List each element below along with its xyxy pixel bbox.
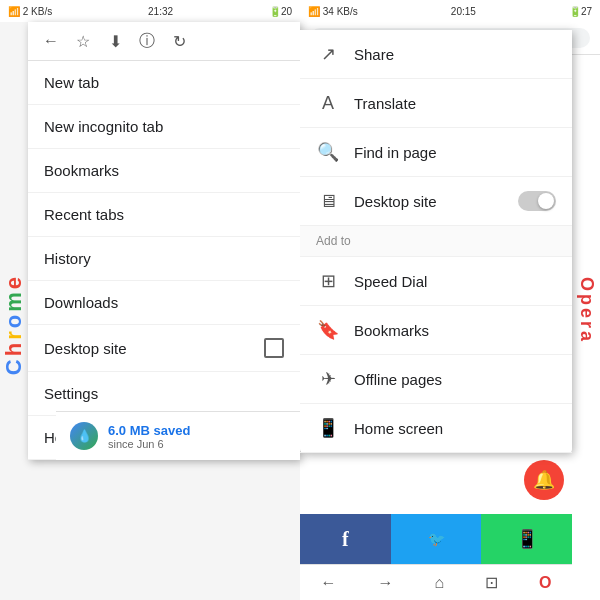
opera-menu-speed-dial[interactable]: ⊞ Speed Dial (300, 257, 572, 306)
left-signal: 📶 2 KB/s (8, 6, 52, 17)
opera-menu-desktop-site[interactable]: 🖥 Desktop site (300, 177, 572, 226)
right-time: 20:15 (451, 6, 476, 17)
add-to-section-header: Add to (300, 226, 572, 257)
chrome-menu: ← ☆ ⬇ ⓘ ↻ New tab New incognito tab Book… (28, 22, 300, 460)
chrome-label: Chrome (0, 50, 28, 600)
desktop-site-toggle[interactable] (518, 191, 556, 211)
right-signal: 📶 34 KB/s (308, 6, 358, 17)
desktop-site-label: Desktop site (354, 193, 437, 210)
speed-dial-label: Speed Dial (354, 273, 427, 290)
menu-recent-tabs[interactable]: Recent tabs (28, 193, 300, 237)
opera-bottom-nav: ← → ⌂ ⊡ O (300, 564, 572, 600)
data-saver-since: since Jun 6 (108, 438, 190, 450)
offline-label: Offline pages (354, 371, 442, 388)
toggle-knob (538, 193, 554, 209)
download-button[interactable]: ⬇ (104, 30, 126, 52)
facebook-icon: f (342, 528, 349, 551)
facebook-share-button[interactable]: f (300, 514, 391, 564)
menu-downloads[interactable]: Downloads (28, 281, 300, 325)
home-screen-label: Home screen (354, 420, 443, 437)
menu-desktop-site[interactable]: Desktop site (28, 325, 300, 372)
nav-tabs-button[interactable]: ⊡ (485, 573, 498, 592)
menu-history[interactable]: History (28, 237, 300, 281)
opera-menu-share[interactable]: ↗ Share (300, 30, 572, 79)
opera-menu-find[interactable]: 🔍 Find in page (300, 128, 572, 177)
back-button[interactable]: ← (40, 30, 62, 52)
nav-forward-button[interactable]: → (377, 574, 393, 592)
status-bar-right: 📶 34 KB/s 20:15 🔋27 (300, 0, 600, 22)
left-time: 21:32 (148, 6, 173, 17)
twitter-share-button[interactable]: 🐦 (391, 514, 482, 564)
whatsapp-share-button[interactable]: 📱 (481, 514, 572, 564)
monitor-icon: 🖥 (316, 189, 340, 213)
nav-home-button[interactable]: ⌂ (434, 574, 444, 592)
desktop-site-checkbox[interactable] (264, 338, 284, 358)
share-icon: ↗ (316, 42, 340, 66)
opera-menu-translate[interactable]: A Translate (300, 79, 572, 128)
opera-panel: 📶 34 KB/s 20:15 🔋27 🔒 techtippr.com/ How… (300, 0, 600, 600)
menu-settings[interactable]: Settings (28, 372, 300, 416)
opera-menu-bookmarks[interactable]: 🔖 Bookmarks (300, 306, 572, 355)
share-label: Share (354, 46, 394, 63)
find-icon: 🔍 (316, 140, 340, 164)
offline-icon: ✈ (316, 367, 340, 391)
menu-incognito[interactable]: New incognito tab (28, 105, 300, 149)
menu-new-tab[interactable]: New tab (28, 61, 300, 105)
find-label: Find in page (354, 144, 437, 161)
bookmarks-icon: 🔖 (316, 318, 340, 342)
nav-back-button[interactable]: ← (320, 574, 336, 592)
info-button[interactable]: ⓘ (136, 30, 158, 52)
data-saver-info: 6.0 MB saved since Jun 6 (108, 423, 190, 450)
opera-menu-offline[interactable]: ✈ Offline pages (300, 355, 572, 404)
nav-opera-button[interactable]: O (539, 574, 551, 592)
notification-bell[interactable]: 🔔 (524, 460, 564, 500)
speed-dial-icon: ⊞ (316, 269, 340, 293)
home-screen-icon: 📱 (316, 416, 340, 440)
bookmark-button[interactable]: ☆ (72, 30, 94, 52)
translate-icon: A (316, 91, 340, 115)
translate-label: Translate (354, 95, 416, 112)
social-share-bar: f 🐦 📱 (300, 514, 572, 564)
refresh-button[interactable]: ↻ (168, 30, 190, 52)
chrome-brand-text: Chrome (1, 274, 27, 375)
left-battery: 🔋20 (269, 6, 292, 17)
data-saver-icon: 💧 (70, 422, 98, 450)
status-bar-left: 📶 2 KB/s 21:32 🔋20 (0, 0, 300, 22)
chrome-toolbar: ← ☆ ⬇ ⓘ ↻ (28, 22, 300, 61)
data-saver-amount: 6.0 MB saved (108, 423, 190, 438)
data-saver-footer: 💧 6.0 MB saved since Jun 6 (56, 411, 300, 460)
bookmarks-label: Bookmarks (354, 322, 429, 339)
menu-bookmarks[interactable]: Bookmarks (28, 149, 300, 193)
chrome-panel: Search or type web address P Pay for Goo… (0, 0, 300, 600)
opera-menu-home-screen[interactable]: 📱 Home screen (300, 404, 572, 453)
opera-brand-text: Opera (576, 277, 597, 344)
whatsapp-icon: 📱 (516, 528, 538, 550)
opera-label: Opera (572, 22, 600, 600)
opera-menu: ↗ Share A Translate 🔍 Find in page 🖥 Des… (300, 30, 572, 453)
right-battery: 🔋27 (569, 6, 592, 17)
twitter-icon: 🐦 (428, 531, 445, 547)
